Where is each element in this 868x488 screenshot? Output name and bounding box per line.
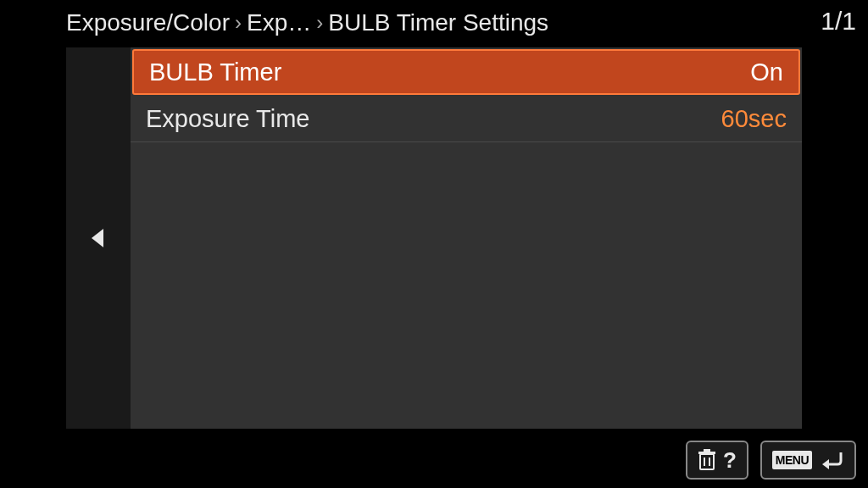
menu-back-button[interactable]: MENU (760, 441, 856, 480)
breadcrumb: Exposure/Color › Exp… › BULB Timer Setti… (66, 7, 843, 39)
svg-rect-2 (704, 449, 710, 452)
question-mark-icon: ? (723, 447, 737, 474)
menu-item-exposure-time[interactable]: Exposure Time 60sec (131, 97, 802, 142)
bottom-bar: ? MENU (686, 441, 856, 480)
menu-label-badge: MENU (772, 451, 812, 469)
breadcrumb-level-2[interactable]: Exp… (247, 9, 311, 36)
menu-item-value: On (750, 58, 783, 86)
svg-rect-0 (700, 454, 714, 469)
return-arrow-icon (819, 449, 844, 471)
chevron-right-icon: › (235, 11, 242, 35)
trash-icon (698, 449, 716, 471)
chevron-right-icon: › (316, 11, 323, 35)
menu-panel: BULB Timer On Exposure Time 60sec (131, 47, 802, 429)
page-counter: 1/1 (821, 7, 856, 36)
breadcrumb-level-1[interactable]: Exposure/Color (66, 9, 230, 36)
help-button[interactable]: ? (686, 441, 748, 480)
menu-item-bulb-timer[interactable]: BULB Timer On (132, 49, 800, 95)
menu-item-label: BULB Timer (149, 58, 281, 86)
back-arrow-icon[interactable] (92, 229, 103, 247)
menu-item-value: 60sec (721, 105, 787, 133)
svg-rect-1 (698, 452, 715, 454)
breadcrumb-level-3: BULB Timer Settings (328, 9, 548, 36)
menu-item-label: Exposure Time (146, 105, 309, 133)
